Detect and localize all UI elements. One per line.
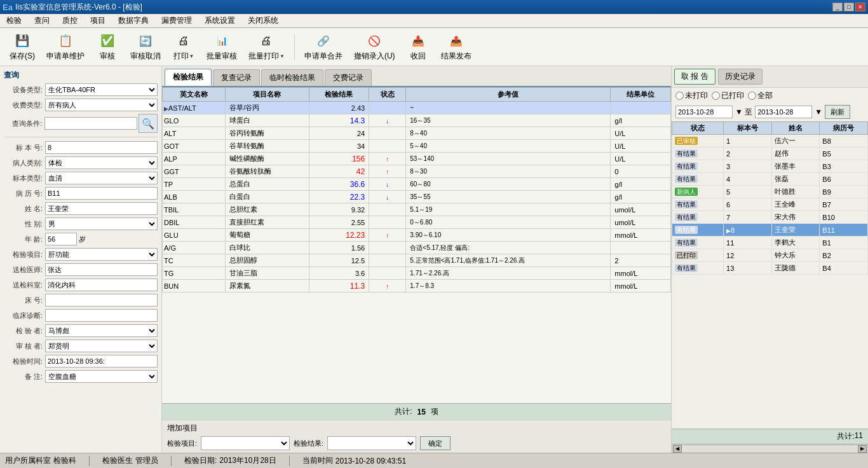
radio-all[interactable]: 全部	[748, 90, 773, 101]
menu-shujuzidian[interactable]: 数据字典	[114, 14, 153, 27]
result-row[interactable]: TBIL 总胆红素 9.32 5.1～19 umol/L	[163, 203, 671, 216]
tab-jianyan-result[interactable]: 检验结果	[165, 69, 212, 86]
close-btn[interactable]: ✕	[855, 3, 865, 11]
search-button[interactable]: 🔍	[139, 114, 158, 133]
collect-type-select[interactable]: 所有病人	[45, 99, 158, 111]
result-value[interactable]: 34	[309, 140, 369, 153]
name-input[interactable]	[45, 202, 158, 215]
patient-row[interactable]: 有结果 11 李鹤大 B1	[672, 237, 868, 249]
sample-type-select[interactable]: 血清	[45, 172, 158, 184]
gender-select[interactable]: 男	[45, 217, 158, 230]
patient-row[interactable]: 有结果 4 张磊 B6	[672, 173, 868, 186]
result-value[interactable]: 14.3	[309, 114, 369, 127]
result-value[interactable]: 9.32	[309, 203, 369, 216]
result-value[interactable]: 2.55	[309, 216, 369, 229]
result-row[interactable]: TP 总蛋白 36.6 ↓ 60～80 g/l	[163, 178, 671, 191]
scroll-left-btn[interactable]: ◀	[673, 445, 682, 453]
tab-fucha-record[interactable]: 复查记录	[213, 69, 260, 86]
dept-input[interactable]	[45, 279, 158, 291]
result-value[interactable]: 11.3	[309, 280, 369, 292]
menu-xitongshezhi[interactable]: 系统设置	[201, 14, 239, 27]
revoke-button[interactable]: 🚫 撤销录入(U)	[349, 31, 400, 64]
batch-print-button[interactable]: 🖨 批量打印 ▼	[244, 31, 289, 64]
result-row[interactable]: GLO 球蛋白 14.3 ↓ 16～35 g/l	[163, 114, 671, 127]
horizontal-scrollbar[interactable]: ◀ ▶	[672, 444, 868, 453]
result-row[interactable]: BUN 尿素氮 11.3 ↑ 1.7～8.3 mmol/L	[163, 280, 671, 292]
patient-row[interactable]: 有结果 2 赵伟 B5	[672, 148, 868, 160]
patient-table-container[interactable]: 状态 标本号 姓名 病历号 已审核 1 伍六一 B8 有结果 2 赵伟 B5 有…	[672, 121, 868, 429]
radio-all-input[interactable]	[748, 92, 756, 100]
result-value[interactable]: 42	[309, 165, 369, 178]
radio-printed[interactable]: 已打印	[712, 90, 744, 101]
result-row[interactable]: ALP 碱性磷酸酶 156 ↑ 53～140 U/L	[163, 153, 671, 165]
result-row[interactable]: TG 甘油三脂 3.6 1.71～2.26.高 mmol/L	[163, 267, 671, 280]
result-row[interactable]: DBIL 直接胆红素 2.55 0～6.80 umol/L	[163, 216, 671, 229]
add-exam-result-select[interactable]	[327, 436, 416, 450]
retrieve-button[interactable]: 📥 收回	[402, 31, 434, 64]
result-row[interactable]: A/G 白球比 1.56 合适<5.17,轻度 偏高:	[163, 242, 671, 254]
menu-guanbixitong[interactable]: 关闭系统	[244, 14, 282, 27]
result-row[interactable]: GOT 谷草转氨酶 34 5～40 U/L	[163, 140, 671, 153]
patient-type-select[interactable]: 体检	[45, 156, 158, 169]
maximize-btn[interactable]: □	[844, 3, 854, 11]
age-input[interactable]	[45, 233, 77, 245]
radio-printed-input[interactable]	[712, 92, 720, 100]
minimize-btn[interactable]: _	[832, 3, 843, 11]
result-row[interactable]: ALT 谷丙转氨酶 24 8～40 U/L	[163, 127, 671, 140]
result-row[interactable]: ▶AST/ALT 谷草/谷丙 2.43 ~	[163, 102, 671, 114]
date-to-input[interactable]	[755, 106, 812, 118]
publish-button[interactable]: 📤 结果发布	[437, 31, 476, 64]
save-button[interactable]: 💾 保存(S)	[5, 31, 39, 64]
add-confirm-button[interactable]: 确定	[420, 436, 451, 450]
tab-linshi-result[interactable]: 临时检验结果	[261, 69, 323, 86]
auditor-select[interactable]: 郑贤明	[45, 340, 158, 352]
patient-row[interactable]: 有结果 7 宋大伟 B10	[672, 211, 868, 224]
result-value[interactable]: 24	[309, 127, 369, 140]
doctor-input[interactable]	[45, 263, 158, 276]
add-exam-item-select[interactable]	[201, 436, 290, 450]
apply-maintain-button[interactable]: 📋 申请单维护	[42, 31, 89, 64]
radio-not-printed-input[interactable]	[675, 92, 684, 100]
device-type-select[interactable]: 生化TBA-40FR	[45, 83, 158, 96]
case-no-input[interactable]	[45, 187, 158, 200]
diagnosis-input[interactable]	[45, 309, 158, 322]
result-value[interactable]: 2.43	[309, 102, 369, 114]
result-value[interactable]: 36.6	[309, 178, 369, 191]
menu-jianyan[interactable]: 检验	[3, 14, 25, 27]
result-row[interactable]: TC 总胆固醇 12.5 5.正常范围<高1.71,临界值:1.71～2.26.…	[163, 254, 671, 267]
examiner-select[interactable]: 马博彪	[45, 324, 158, 337]
result-row[interactable]: GGT 谷氨酰转肽酶 42 ↑ 8～30 0	[163, 165, 671, 178]
sample-no-input[interactable]	[45, 141, 158, 154]
radio-not-printed[interactable]: 未打印	[675, 90, 708, 101]
patient-row[interactable]: 新病人 5 叶德胜 B9	[672, 186, 868, 198]
merge-button[interactable]: 🔗 申请单合并	[300, 31, 347, 64]
patient-row[interactable]: 有结果 ▶8 王奎荣 B11	[672, 224, 868, 237]
menu-loufeiguanli[interactable]: 漏费管理	[158, 14, 196, 27]
bed-input[interactable]	[45, 294, 158, 306]
remark-select[interactable]: 空腹血糖	[45, 370, 158, 383]
result-value[interactable]: 1.56	[309, 242, 369, 254]
result-value[interactable]: 3.6	[309, 267, 369, 280]
result-row[interactable]: GLU 葡萄糖 12.23 ↑ 3.90～6.10 mmol/L	[163, 229, 671, 242]
query-condition-input[interactable]	[44, 117, 137, 130]
rpanel-tab-report[interactable]: 取 报 告	[674, 69, 715, 85]
menu-zhikong[interactable]: 质控	[58, 14, 81, 27]
audit-cancel-button[interactable]: 🔄 审核取消	[126, 31, 165, 64]
scroll-right-btn[interactable]: ▶	[858, 445, 867, 453]
print-button[interactable]: 🖨 打印 ▼	[168, 31, 200, 64]
menu-xiangmu[interactable]: 项目	[86, 14, 109, 27]
audit-button[interactable]: ✅ 审核	[92, 31, 123, 64]
result-value[interactable]: 12.5	[309, 254, 369, 267]
menu-chaxun[interactable]: 查问	[31, 14, 53, 27]
patient-row[interactable]: 已审核 1 伍六一 B8	[672, 135, 868, 148]
patient-row[interactable]: 有结果 6 王全峰 B7	[672, 198, 868, 211]
result-value[interactable]: 12.23	[309, 229, 369, 242]
result-value[interactable]: 22.3	[309, 191, 369, 203]
patient-row[interactable]: 有结果 3 张墨丰 B3	[672, 160, 868, 173]
tab-jiaofe-record[interactable]: 交费记录	[325, 69, 372, 86]
exam-time-input[interactable]	[45, 355, 158, 368]
patient-row[interactable]: 已打印 12 钟大乐 B2	[672, 249, 868, 262]
patient-row[interactable]: 有结果 13 王陇德 B4	[672, 262, 868, 275]
refresh-button[interactable]: 刷新	[825, 105, 850, 119]
date-from-input[interactable]	[675, 106, 733, 118]
